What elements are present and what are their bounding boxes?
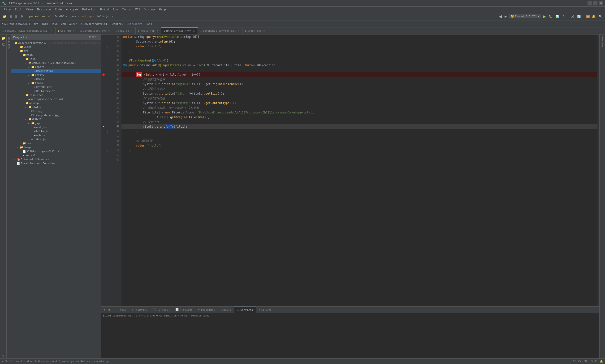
tree-jsp-folder[interactable]: ▾ 📁 jsp bbox=[11, 121, 101, 125]
database-panel-label[interactable]: Database bbox=[601, 36, 604, 48]
tree-test[interactable]: ▸ 📁 test bbox=[11, 141, 101, 145]
breadcrumb-add[interactable]: add bbox=[147, 23, 152, 26]
menu-edit[interactable]: Edit bbox=[13, 7, 24, 12]
tree-indexjsp[interactable]: ◈ index.jsp bbox=[11, 137, 101, 141]
panel-dropdown-icon[interactable]: ▾ bbox=[26, 36, 27, 39]
notifications-btn[interactable]: 🔔 bbox=[591, 14, 596, 19]
breadcrumb-com[interactable]: com bbox=[61, 23, 66, 26]
tree-iml[interactable]: 📄 A1207springmvcCh11.iml bbox=[11, 149, 101, 153]
menu-run[interactable]: Run bbox=[111, 7, 120, 12]
git-button[interactable]: ⎇ bbox=[570, 14, 575, 19]
bottom-tab-endpoints[interactable]: ♦ Endpoints bbox=[195, 307, 218, 313]
toolbar-datehelper-btn[interactable]: DateHelper.java × bbox=[54, 14, 80, 19]
tree-java-dir[interactable]: ▾ 📁 java bbox=[11, 57, 101, 61]
tree-entity[interactable]: ▾ 📁 entity bbox=[11, 73, 101, 77]
toolbar-pom-btn[interactable]: pom.xml bbox=[28, 14, 40, 19]
fold-icon[interactable]: } bbox=[106, 148, 110, 153]
menu-navigate[interactable]: Navigate bbox=[35, 7, 53, 12]
search-everywhere-btn[interactable]: 🔍 bbox=[597, 14, 603, 19]
bottom-tab-problems[interactable]: ⚠ Problems bbox=[129, 307, 150, 313]
code-content[interactable]: public String query(@PathVariable String… bbox=[121, 35, 597, 306]
tree-springmvc-xml[interactable]: ◆ springmvc-servlet.xml bbox=[11, 97, 101, 101]
tab-hellojsp-close[interactable]: × bbox=[156, 29, 159, 32]
tab-webxml-close[interactable]: × bbox=[73, 29, 75, 32]
tab-pomxml-close[interactable]: × bbox=[50, 29, 53, 32]
tab-indexjsp[interactable]: ◈ index.jsp × bbox=[243, 27, 268, 34]
fold-icon[interactable] bbox=[106, 35, 110, 39]
menu-file[interactable]: File bbox=[2, 7, 13, 12]
toolbar-hellojsp-btn[interactable]: hello.jsp × bbox=[96, 14, 114, 19]
tree-helloservlet[interactable]: ☕ HelloServlet bbox=[11, 89, 101, 93]
breadcrumb-main[interactable]: main bbox=[42, 23, 48, 26]
tab-hellojsp[interactable]: ◈ hello.jsp × bbox=[136, 27, 161, 34]
menu-vcs[interactable]: VCS bbox=[133, 7, 142, 12]
tree-usercontrol[interactable]: ☕ UserControl bbox=[11, 69, 101, 73]
toolbar-server-config[interactable]: 🐱 Tomcat 8.5.781 ▾ bbox=[509, 14, 541, 18]
breadcrumb-usercontrol[interactable]: UserControl bbox=[127, 23, 144, 26]
debug-button[interactable]: 🐛 bbox=[548, 14, 554, 19]
tree-liangjpg[interactable]: 🖼 liangzibosui.jpg bbox=[11, 113, 101, 117]
project-tool-btn[interactable]: 📁 bbox=[0, 36, 6, 41]
tree-webinf[interactable]: ▾ 📁 WEB-INF bbox=[11, 117, 101, 121]
breadcrumb-a1207[interactable]: A1207 bbox=[69, 23, 77, 26]
bottom-tab-services[interactable]: ☰ Services bbox=[234, 307, 256, 313]
menu-view[interactable]: View bbox=[24, 7, 35, 12]
toolbar-web-btn[interactable]: web.xml bbox=[41, 14, 53, 19]
bottom-tab-profiler[interactable]: 📊 Profiler bbox=[172, 307, 195, 313]
breadcrumb-project[interactable]: A1207springmvcCh11 bbox=[2, 23, 30, 26]
tree-control-folder[interactable]: ▾ 📁 control bbox=[11, 65, 101, 69]
favorites-tool-btn[interactable]: ★ bbox=[1, 353, 5, 358]
tab-usercontrol-close[interactable]: × bbox=[192, 29, 195, 33]
tab-datehelper-close[interactable]: × bbox=[107, 29, 110, 32]
profile-button[interactable]: 📊 bbox=[554, 14, 560, 19]
tab-usercontrol[interactable]: ◉ UserControl.java × bbox=[161, 27, 198, 34]
favorites-label[interactable]: Favorites bbox=[7, 35, 11, 51]
tree-static[interactable]: ▾ 📁 static bbox=[11, 105, 101, 109]
bottom-tab-todo[interactable]: ✓ TODO bbox=[114, 307, 129, 313]
tab-addjsp-close[interactable]: × bbox=[130, 29, 133, 32]
tab-springmvc-close[interactable]: × bbox=[237, 29, 240, 32]
toolbar-forward-btn[interactable]: ▶ bbox=[504, 14, 508, 19]
expand-all-icon[interactable]: ⊞ bbox=[89, 36, 91, 39]
toolbar-project-btn[interactable]: 📁 bbox=[2, 14, 8, 19]
tree-target[interactable]: ▾ 📁 target bbox=[11, 145, 101, 149]
toolbar-addjsp-btn[interactable]: add.jsp × bbox=[81, 14, 95, 19]
tree-addjsp[interactable]: ◈ add.jsp bbox=[11, 125, 101, 129]
code-editor[interactable]: ➤ } } bbox=[101, 35, 599, 306]
breadcrumb-src[interactable]: src bbox=[34, 23, 38, 26]
breadcrumb-java[interactable]: java bbox=[51, 23, 58, 26]
tree-1jpg[interactable]: 🖼 1.jpg bbox=[11, 109, 101, 113]
toolbar-sync-btn[interactable]: 🔄 bbox=[576, 14, 582, 19]
collapse-all-icon[interactable]: ⊟ bbox=[92, 36, 94, 39]
tree-hellojsp[interactable]: ◈ hello.jsp bbox=[11, 129, 101, 133]
tree-datehelper[interactable]: ☕ DateHelper bbox=[11, 85, 101, 89]
tree-webxml[interactable]: ◆ web.xml bbox=[11, 133, 101, 137]
run-button[interactable]: ▶ bbox=[542, 13, 547, 20]
coverage-button[interactable]: ☂ bbox=[561, 14, 566, 19]
minimize-panel-icon[interactable]: ─ bbox=[97, 36, 99, 39]
tab-pomxml[interactable]: ◆ pom.xml (A1207springmvcCh11) × bbox=[0, 27, 55, 34]
tree-package[interactable]: ▾ 📦 com.A1207.A1207springmvcCh11 bbox=[11, 61, 101, 65]
menu-tools[interactable]: Tools bbox=[120, 7, 133, 12]
menu-window[interactable]: Window bbox=[142, 7, 156, 12]
tree-main[interactable]: ▾ 📁 main bbox=[11, 53, 101, 57]
tree-pomxml[interactable]: ◆ pom.xml bbox=[11, 153, 101, 157]
tree-users[interactable]: ☕ Users bbox=[11, 77, 101, 81]
tab-springmvc[interactable]: ◆ springmvc-servlet.xml × bbox=[198, 27, 242, 34]
tree-scratches[interactable]: 📝 Scratches and Consoles bbox=[11, 161, 101, 166]
tree-tools[interactable]: ▾ 📁 tools bbox=[11, 81, 101, 85]
menu-help[interactable]: Help bbox=[157, 7, 168, 12]
toolbar-expand-btn[interactable]: ⊞ bbox=[9, 14, 13, 19]
tab-datehelper[interactable]: ◉ DateHelper.java × bbox=[78, 27, 113, 34]
bottom-tab-spring[interactable]: ☘ Spring bbox=[256, 307, 273, 313]
gear-icon[interactable]: ⚙ bbox=[95, 36, 96, 39]
menu-refactor[interactable]: Refactor bbox=[80, 7, 98, 12]
tree-webapp[interactable]: ▾ 📁 webapp bbox=[11, 101, 101, 105]
menu-code[interactable]: Code bbox=[53, 7, 64, 12]
tree-src[interactable]: ▾ 📁 src bbox=[11, 49, 101, 53]
menu-build[interactable]: Build bbox=[98, 7, 111, 12]
tab-indexjsp-close[interactable]: × bbox=[263, 29, 265, 32]
fold-icon[interactable]: } bbox=[106, 129, 110, 134]
bottom-tab-terminal[interactable]: ⬛ Terminal bbox=[150, 307, 172, 313]
breadcrumb-pkg[interactable]: A1207springmvcCh11 bbox=[81, 23, 109, 26]
